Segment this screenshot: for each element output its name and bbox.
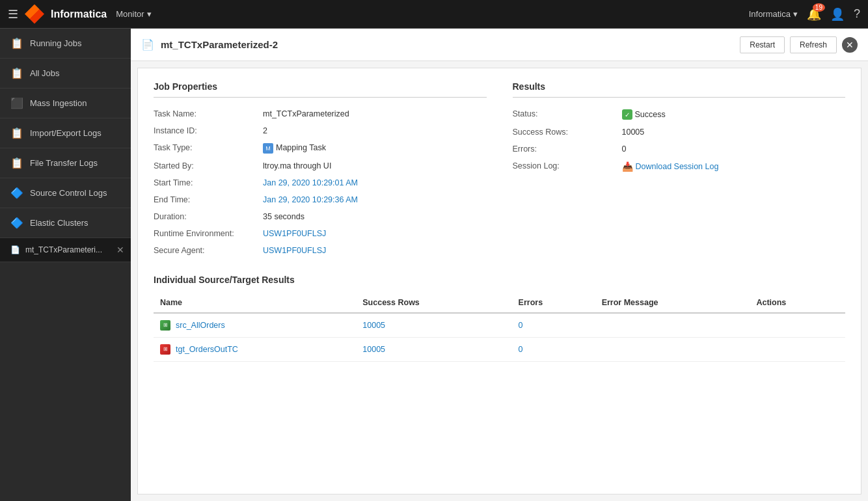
prop-success-rows: Success Rows: 10005: [513, 124, 846, 141]
job-properties-title: Job Properties: [154, 81, 487, 98]
table-row: ⊞ tgt_OrdersOutTC 10005 0: [154, 338, 845, 362]
col-actions: Actions: [750, 293, 845, 313]
open-detail-tab[interactable]: 📄 mt_TCTxParameteri... ✕: [0, 238, 131, 262]
row-actions-0: [750, 313, 845, 338]
detail-header-actions: Restart Refresh ✕: [740, 36, 858, 53]
sidebar-item-import-export-logs[interactable]: 📋 Import/Export Logs: [0, 118, 131, 148]
mass-ingestion-icon: ⬛: [10, 97, 23, 109]
status-badge: ✓ Success: [622, 109, 666, 120]
help-icon[interactable]: ?: [854, 7, 860, 21]
src-all-orders-link[interactable]: ⊞ src_AllOrders: [160, 320, 349, 331]
elastic-clusters-icon: 🔷: [10, 217, 23, 229]
sidebar-item-mass-ingestion[interactable]: ⬛ Mass Ingestion: [0, 88, 131, 118]
prop-end-time: End Time: Jan 29, 2020 10:29:36 AM: [154, 191, 487, 208]
close-button[interactable]: ✕: [842, 37, 858, 53]
sidebar-item-source-control-logs[interactable]: 🔷 Source Control Logs: [0, 178, 131, 208]
sidebar: 📋 Running Jobs 📋 All Jobs ⬛ Mass Ingesti…: [0, 29, 131, 501]
row-error-msg-0: [595, 313, 750, 338]
src-icon: ⊞: [160, 320, 170, 331]
source-control-icon: 🔷: [10, 187, 23, 199]
col-success-rows: Success Rows: [356, 293, 511, 313]
sidebar-item-label: Import/Export Logs: [30, 128, 102, 138]
table-row: ⊞ src_AllOrders 10005 0: [154, 313, 845, 338]
tab-close-button[interactable]: ✕: [116, 245, 124, 255]
topbar-right: Informatica ▾ 🔔 19 👤 ?: [749, 7, 860, 21]
individual-results-section: Individual Source/Target Results Name Su…: [154, 275, 845, 362]
row-errors-1: 0: [512, 338, 595, 362]
prop-runtime-env: Runtime Environment: USW1PF0UFLSJ: [154, 225, 487, 242]
sidebar-item-label: File Transfer Logs: [30, 158, 98, 168]
properties-grid: Job Properties Task Name: mt_TCTxParamet…: [154, 81, 845, 259]
table-header-row: Name Success Rows Errors Error Message A…: [154, 293, 845, 313]
job-properties-section: Job Properties Task Name: mt_TCTxParamet…: [154, 81, 487, 259]
sidebar-item-label: Elastic Clusters: [30, 218, 88, 228]
sidebar-item-label: Mass Ingestion: [30, 98, 87, 108]
row-success-rows-1: 10005: [356, 338, 511, 362]
mapping-task-icon: M: [263, 143, 273, 154]
individual-results-table: Name Success Rows Errors Error Message A…: [154, 293, 845, 362]
individual-results-title: Individual Source/Target Results: [154, 275, 845, 285]
running-jobs-icon: 📋: [10, 37, 23, 49]
prop-task-type: Task Type: MMapping Task: [154, 139, 487, 157]
notif-count: 19: [813, 3, 825, 12]
prop-instance-id: Instance ID: 2: [154, 122, 487, 139]
prop-started-by: Started By: ltroy.ma through UI: [154, 157, 487, 174]
app-title: Informatica: [51, 8, 107, 20]
prop-start-time: Start Time: Jan 29, 2020 10:29:01 AM: [154, 174, 487, 191]
all-jobs-icon: 📋: [10, 67, 23, 79]
import-export-icon: 📋: [10, 127, 23, 139]
row-success-rows-0: 10005: [356, 313, 511, 338]
detail-body: Job Properties Task Name: mt_TCTxParamet…: [137, 68, 861, 494]
results-title: Results: [513, 81, 846, 98]
row-name-0: ⊞ src_AllOrders: [154, 313, 356, 338]
detail-header-icon: 📄: [141, 38, 154, 51]
user-icon[interactable]: 👤: [830, 7, 845, 21]
logo-icon: [25, 5, 44, 24]
download-icon: 📥: [622, 161, 633, 172]
sidebar-item-label: Running Jobs: [30, 38, 82, 48]
tgt-orders-link[interactable]: ⊞ tgt_OrdersOutTC: [160, 344, 349, 355]
prop-secure-agent: Secure Agent: USW1PF0UFLSJ: [154, 242, 487, 259]
col-error-message: Error Message: [595, 293, 750, 313]
detail-header: 📄 mt_TCTxParameterized-2 Restart Refresh…: [131, 29, 868, 61]
download-session-log-link[interactable]: 📥 Download Session Log: [622, 161, 719, 172]
row-error-msg-1: [595, 338, 750, 362]
prop-errors: Errors: 0: [513, 141, 846, 157]
sidebar-item-all-jobs[interactable]: 📋 All Jobs: [0, 59, 131, 88]
row-name-1: ⊞ tgt_OrdersOutTC: [154, 338, 356, 362]
prop-status: Status: ✓ Success: [513, 105, 846, 124]
results-section: Results Status: ✓ Success Success Rows: …: [513, 81, 846, 259]
prop-task-name: Task Name: mt_TCTxParameterized: [154, 105, 487, 122]
col-errors: Errors: [512, 293, 595, 313]
sidebar-item-running-jobs[interactable]: 📋 Running Jobs: [0, 29, 131, 59]
notifications-button[interactable]: 🔔 19: [807, 7, 821, 21]
monitor-dropdown[interactable]: Monitor ▾: [116, 9, 151, 19]
tab-label: mt_TCTxParameteri...: [25, 245, 102, 254]
content-area: 📄 mt_TCTxParameterized-2 Restart Refresh…: [131, 29, 868, 501]
sidebar-item-label: Source Control Logs: [30, 188, 107, 198]
topbar: ☰ Informatica Monitor ▾ Informatica ▾ 🔔 …: [0, 0, 868, 29]
checkmark-icon: ✓: [622, 109, 632, 120]
detail-title: mt_TCTxParameterized-2: [161, 39, 733, 50]
sidebar-item-file-transfer-logs[interactable]: 📋 File Transfer Logs: [0, 148, 131, 178]
row-actions-1: [750, 338, 845, 362]
prop-session-log: Session Log: 📥 Download Session Log: [513, 157, 846, 176]
tab-document-icon: 📄: [10, 245, 20, 254]
col-name: Name: [154, 293, 356, 313]
sidebar-item-label: All Jobs: [30, 68, 60, 78]
prop-duration: Duration: 35 seconds: [154, 208, 487, 225]
hamburger-icon[interactable]: ☰: [8, 7, 18, 21]
row-errors-0: 0: [512, 313, 595, 338]
refresh-button[interactable]: Refresh: [790, 36, 837, 53]
restart-button[interactable]: Restart: [740, 36, 785, 53]
file-transfer-icon: 📋: [10, 157, 23, 169]
main-layout: 📋 Running Jobs 📋 All Jobs ⬛ Mass Ingesti…: [0, 29, 868, 501]
org-dropdown[interactable]: Informatica ▾: [749, 9, 798, 19]
tgt-icon: ⊞: [160, 344, 170, 355]
sidebar-item-elastic-clusters[interactable]: 🔷 Elastic Clusters: [0, 208, 131, 238]
